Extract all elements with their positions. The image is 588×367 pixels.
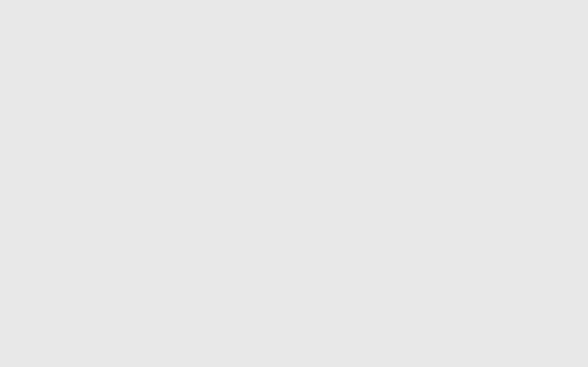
mirror-copy-top-right [294, 0, 588, 184]
mirror-copy-top-left [0, 0, 294, 184]
kaleidoscope-canvas [0, 0, 588, 367]
original-screenshot [294, 184, 588, 367]
mirror-copy-bottom-left [0, 184, 294, 367]
